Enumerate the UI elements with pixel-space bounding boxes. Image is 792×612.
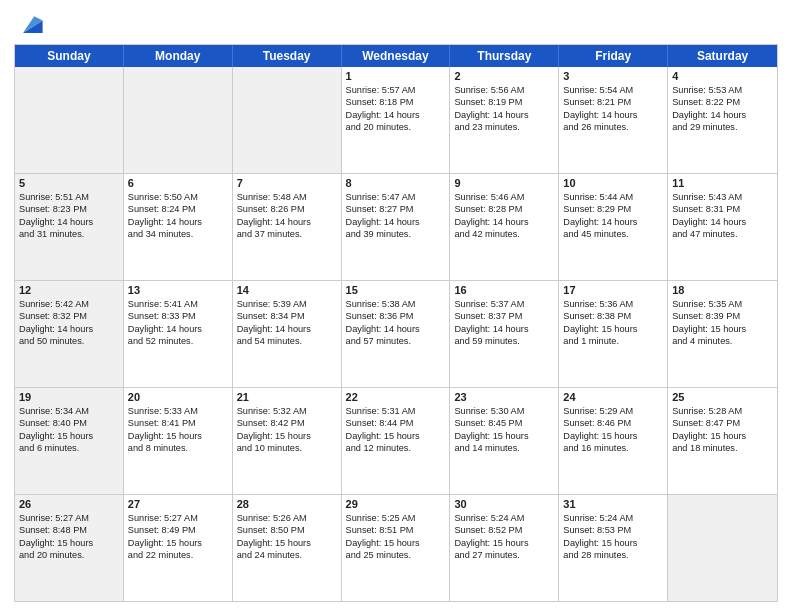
calendar-header-row: SundayMondayTuesdayWednesdayThursdayFrid… <box>15 45 777 67</box>
calendar-cell-28: 28Sunrise: 5:26 AM Sunset: 8:50 PM Dayli… <box>233 495 342 601</box>
day-number: 31 <box>563 498 663 510</box>
day-info: Sunrise: 5:39 AM Sunset: 8:34 PM Dayligh… <box>237 298 337 348</box>
day-info: Sunrise: 5:27 AM Sunset: 8:49 PM Dayligh… <box>128 512 228 562</box>
day-number: 16 <box>454 284 554 296</box>
day-number: 1 <box>346 70 446 82</box>
day-info: Sunrise: 5:32 AM Sunset: 8:42 PM Dayligh… <box>237 405 337 455</box>
day-number: 4 <box>672 70 773 82</box>
day-info: Sunrise: 5:34 AM Sunset: 8:40 PM Dayligh… <box>19 405 119 455</box>
header-day-sunday: Sunday <box>15 45 124 67</box>
day-info: Sunrise: 5:56 AM Sunset: 8:19 PM Dayligh… <box>454 84 554 134</box>
day-info: Sunrise: 5:27 AM Sunset: 8:48 PM Dayligh… <box>19 512 119 562</box>
day-number: 18 <box>672 284 773 296</box>
calendar-cell-10: 10Sunrise: 5:44 AM Sunset: 8:29 PM Dayli… <box>559 174 668 280</box>
calendar-cell-empty-0-0 <box>15 67 124 173</box>
day-info: Sunrise: 5:37 AM Sunset: 8:37 PM Dayligh… <box>454 298 554 348</box>
day-number: 12 <box>19 284 119 296</box>
day-number: 5 <box>19 177 119 189</box>
calendar-cell-15: 15Sunrise: 5:38 AM Sunset: 8:36 PM Dayli… <box>342 281 451 387</box>
header-day-thursday: Thursday <box>450 45 559 67</box>
day-number: 11 <box>672 177 773 189</box>
calendar-row-0: 1Sunrise: 5:57 AM Sunset: 8:18 PM Daylig… <box>15 67 777 174</box>
calendar-body: 1Sunrise: 5:57 AM Sunset: 8:18 PM Daylig… <box>15 67 777 601</box>
day-number: 7 <box>237 177 337 189</box>
day-info: Sunrise: 5:24 AM Sunset: 8:53 PM Dayligh… <box>563 512 663 562</box>
calendar-cell-16: 16Sunrise: 5:37 AM Sunset: 8:37 PM Dayli… <box>450 281 559 387</box>
day-info: Sunrise: 5:38 AM Sunset: 8:36 PM Dayligh… <box>346 298 446 348</box>
day-number: 2 <box>454 70 554 82</box>
calendar-cell-29: 29Sunrise: 5:25 AM Sunset: 8:51 PM Dayli… <box>342 495 451 601</box>
calendar-cell-empty-0-2 <box>233 67 342 173</box>
calendar-cell-21: 21Sunrise: 5:32 AM Sunset: 8:42 PM Dayli… <box>233 388 342 494</box>
header-day-friday: Friday <box>559 45 668 67</box>
header-day-saturday: Saturday <box>668 45 777 67</box>
calendar-cell-8: 8Sunrise: 5:47 AM Sunset: 8:27 PM Daylig… <box>342 174 451 280</box>
day-number: 14 <box>237 284 337 296</box>
day-number: 30 <box>454 498 554 510</box>
day-info: Sunrise: 5:29 AM Sunset: 8:46 PM Dayligh… <box>563 405 663 455</box>
day-info: Sunrise: 5:35 AM Sunset: 8:39 PM Dayligh… <box>672 298 773 348</box>
calendar-row-2: 12Sunrise: 5:42 AM Sunset: 8:32 PM Dayli… <box>15 281 777 388</box>
day-info: Sunrise: 5:26 AM Sunset: 8:50 PM Dayligh… <box>237 512 337 562</box>
calendar-cell-31: 31Sunrise: 5:24 AM Sunset: 8:53 PM Dayli… <box>559 495 668 601</box>
logo <box>14 10 44 38</box>
day-number: 22 <box>346 391 446 403</box>
day-info: Sunrise: 5:47 AM Sunset: 8:27 PM Dayligh… <box>346 191 446 241</box>
calendar-cell-5: 5Sunrise: 5:51 AM Sunset: 8:23 PM Daylig… <box>15 174 124 280</box>
day-number: 29 <box>346 498 446 510</box>
calendar-cell-23: 23Sunrise: 5:30 AM Sunset: 8:45 PM Dayli… <box>450 388 559 494</box>
calendar-cell-9: 9Sunrise: 5:46 AM Sunset: 8:28 PM Daylig… <box>450 174 559 280</box>
day-info: Sunrise: 5:36 AM Sunset: 8:38 PM Dayligh… <box>563 298 663 348</box>
calendar-cell-12: 12Sunrise: 5:42 AM Sunset: 8:32 PM Dayli… <box>15 281 124 387</box>
calendar-row-1: 5Sunrise: 5:51 AM Sunset: 8:23 PM Daylig… <box>15 174 777 281</box>
calendar-cell-2: 2Sunrise: 5:56 AM Sunset: 8:19 PM Daylig… <box>450 67 559 173</box>
day-info: Sunrise: 5:48 AM Sunset: 8:26 PM Dayligh… <box>237 191 337 241</box>
calendar-cell-24: 24Sunrise: 5:29 AM Sunset: 8:46 PM Dayli… <box>559 388 668 494</box>
calendar-cell-14: 14Sunrise: 5:39 AM Sunset: 8:34 PM Dayli… <box>233 281 342 387</box>
header <box>14 10 778 38</box>
calendar-cell-22: 22Sunrise: 5:31 AM Sunset: 8:44 PM Dayli… <box>342 388 451 494</box>
day-number: 25 <box>672 391 773 403</box>
day-info: Sunrise: 5:57 AM Sunset: 8:18 PM Dayligh… <box>346 84 446 134</box>
header-day-monday: Monday <box>124 45 233 67</box>
day-info: Sunrise: 5:54 AM Sunset: 8:21 PM Dayligh… <box>563 84 663 134</box>
day-info: Sunrise: 5:41 AM Sunset: 8:33 PM Dayligh… <box>128 298 228 348</box>
calendar-cell-6: 6Sunrise: 5:50 AM Sunset: 8:24 PM Daylig… <box>124 174 233 280</box>
calendar-row-3: 19Sunrise: 5:34 AM Sunset: 8:40 PM Dayli… <box>15 388 777 495</box>
day-info: Sunrise: 5:43 AM Sunset: 8:31 PM Dayligh… <box>672 191 773 241</box>
header-day-tuesday: Tuesday <box>233 45 342 67</box>
day-number: 26 <box>19 498 119 510</box>
logo-icon <box>16 10 44 38</box>
day-number: 19 <box>19 391 119 403</box>
day-number: 3 <box>563 70 663 82</box>
day-number: 27 <box>128 498 228 510</box>
day-info: Sunrise: 5:42 AM Sunset: 8:32 PM Dayligh… <box>19 298 119 348</box>
calendar-cell-empty-0-1 <box>124 67 233 173</box>
calendar-cell-30: 30Sunrise: 5:24 AM Sunset: 8:52 PM Dayli… <box>450 495 559 601</box>
calendar-cell-13: 13Sunrise: 5:41 AM Sunset: 8:33 PM Dayli… <box>124 281 233 387</box>
calendar-cell-25: 25Sunrise: 5:28 AM Sunset: 8:47 PM Dayli… <box>668 388 777 494</box>
day-info: Sunrise: 5:33 AM Sunset: 8:41 PM Dayligh… <box>128 405 228 455</box>
day-number: 20 <box>128 391 228 403</box>
day-info: Sunrise: 5:53 AM Sunset: 8:22 PM Dayligh… <box>672 84 773 134</box>
calendar: SundayMondayTuesdayWednesdayThursdayFrid… <box>14 44 778 602</box>
day-info: Sunrise: 5:51 AM Sunset: 8:23 PM Dayligh… <box>19 191 119 241</box>
day-info: Sunrise: 5:31 AM Sunset: 8:44 PM Dayligh… <box>346 405 446 455</box>
day-number: 28 <box>237 498 337 510</box>
day-info: Sunrise: 5:24 AM Sunset: 8:52 PM Dayligh… <box>454 512 554 562</box>
day-number: 15 <box>346 284 446 296</box>
calendar-cell-17: 17Sunrise: 5:36 AM Sunset: 8:38 PM Dayli… <box>559 281 668 387</box>
day-number: 21 <box>237 391 337 403</box>
calendar-cell-19: 19Sunrise: 5:34 AM Sunset: 8:40 PM Dayli… <box>15 388 124 494</box>
calendar-cell-20: 20Sunrise: 5:33 AM Sunset: 8:41 PM Dayli… <box>124 388 233 494</box>
day-number: 24 <box>563 391 663 403</box>
day-info: Sunrise: 5:25 AM Sunset: 8:51 PM Dayligh… <box>346 512 446 562</box>
calendar-cell-26: 26Sunrise: 5:27 AM Sunset: 8:48 PM Dayli… <box>15 495 124 601</box>
calendar-row-4: 26Sunrise: 5:27 AM Sunset: 8:48 PM Dayli… <box>15 495 777 601</box>
calendar-cell-7: 7Sunrise: 5:48 AM Sunset: 8:26 PM Daylig… <box>233 174 342 280</box>
day-number: 10 <box>563 177 663 189</box>
day-info: Sunrise: 5:30 AM Sunset: 8:45 PM Dayligh… <box>454 405 554 455</box>
calendar-cell-27: 27Sunrise: 5:27 AM Sunset: 8:49 PM Dayli… <box>124 495 233 601</box>
calendar-cell-3: 3Sunrise: 5:54 AM Sunset: 8:21 PM Daylig… <box>559 67 668 173</box>
day-number: 23 <box>454 391 554 403</box>
